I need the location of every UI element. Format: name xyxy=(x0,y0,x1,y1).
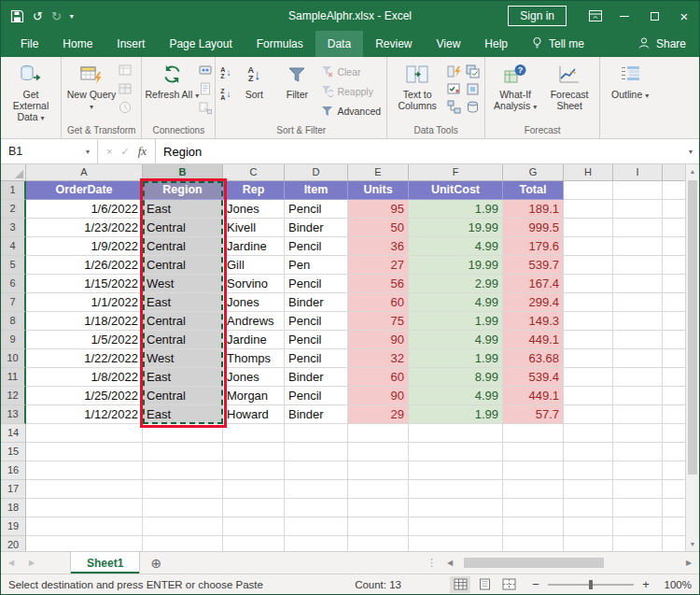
hscroll-right-icon[interactable]: ▶ xyxy=(679,552,699,574)
row-header-18[interactable]: 18 xyxy=(1,499,26,517)
cell-E8[interactable]: 75 xyxy=(348,312,409,331)
advanced-filter-button[interactable]: Advanced xyxy=(318,103,384,120)
row-header-2[interactable]: 2 xyxy=(1,200,26,219)
row-header-14[interactable]: 14 xyxy=(1,424,26,443)
tab-view[interactable]: View xyxy=(425,31,473,57)
cell-F13[interactable]: 1.99 xyxy=(409,405,503,424)
cell-E7[interactable]: 60 xyxy=(348,293,409,312)
cell-D15[interactable] xyxy=(285,443,348,461)
cell-G3[interactable]: 999.5 xyxy=(503,219,564,237)
row-header-5[interactable]: 5 xyxy=(1,256,26,275)
cell-E3[interactable]: 50 xyxy=(348,219,409,237)
from-table-icon[interactable] xyxy=(119,82,132,98)
row-header-20[interactable]: 20 xyxy=(1,536,26,551)
cell-F14[interactable] xyxy=(409,424,503,443)
cell-F16[interactable] xyxy=(409,461,503,480)
cell-C2[interactable]: Jones xyxy=(223,200,285,219)
cell-I12[interactable] xyxy=(613,387,663,405)
customize-qat-icon[interactable]: ▾ xyxy=(70,12,74,21)
text-to-columns-button[interactable]: Text to Columns xyxy=(390,59,444,123)
column-header-c[interactable]: C xyxy=(223,164,285,181)
cell-G19[interactable] xyxy=(503,517,564,536)
cell-I17[interactable] xyxy=(613,480,663,499)
connections-icon[interactable] xyxy=(199,64,212,79)
edit-links-icon[interactable] xyxy=(199,101,212,117)
zoom-level[interactable]: 100% xyxy=(658,579,692,590)
cell-C18[interactable] xyxy=(223,499,285,517)
cell-C14[interactable] xyxy=(223,424,285,443)
remove-duplicates-icon[interactable] xyxy=(463,63,482,80)
cell-C6[interactable]: Sorvino xyxy=(223,275,285,293)
name-box-dropdown-icon[interactable]: ▾ xyxy=(86,148,90,156)
cell-H12[interactable] xyxy=(564,387,613,405)
cell-F9[interactable]: 4.99 xyxy=(409,331,503,349)
cell-B17[interactable] xyxy=(143,480,223,499)
redo-icon[interactable]: ↻ xyxy=(51,9,62,23)
cell-D10[interactable]: Pencil xyxy=(285,349,348,368)
cell-G4[interactable]: 179.6 xyxy=(503,237,564,256)
cell-E6[interactable]: 56 xyxy=(348,275,409,293)
cell-G16[interactable] xyxy=(503,461,564,480)
cell-G11[interactable]: 539.4 xyxy=(503,368,564,387)
cell-H4[interactable] xyxy=(564,237,613,256)
cell-G1[interactable]: Total xyxy=(503,181,564,200)
cell-C12[interactable]: Morgan xyxy=(223,387,285,405)
cell-A3[interactable]: 1/23/2022 xyxy=(26,219,143,237)
cell-A6[interactable]: 1/15/2022 xyxy=(26,275,143,293)
cell-H18[interactable] xyxy=(564,499,613,517)
cell-C17[interactable] xyxy=(223,480,285,499)
scroll-down-icon[interactable]: ▼ xyxy=(690,537,696,551)
tab-scroll-divider[interactable]: ⋮ xyxy=(424,552,440,574)
row-header-13[interactable]: 13 xyxy=(1,405,26,424)
cell-H11[interactable] xyxy=(564,368,613,387)
cell-E9[interactable]: 90 xyxy=(348,331,409,349)
clear-filter-button[interactable]: Clear xyxy=(318,64,384,80)
cell-C15[interactable] xyxy=(223,443,285,461)
sheet-nav-last-icon[interactable]: ▶ xyxy=(21,552,42,574)
cell-E14[interactable] xyxy=(348,424,409,443)
cell-A20[interactable] xyxy=(26,536,143,551)
column-header-i[interactable]: I xyxy=(613,164,663,181)
add-sheet-icon[interactable]: ⊕ xyxy=(140,552,172,574)
outline-button[interactable]: Outline ▾ xyxy=(603,59,657,123)
cell-C20[interactable] xyxy=(223,536,285,551)
cell-D7[interactable]: Binder xyxy=(285,293,348,312)
column-header-h[interactable]: H xyxy=(564,164,613,181)
cell-H8[interactable] xyxy=(564,312,613,331)
cell-G12[interactable]: 449.1 xyxy=(503,387,564,405)
cell-B16[interactable] xyxy=(143,461,223,480)
row-header-9[interactable]: 9 xyxy=(1,331,26,349)
normal-view-icon[interactable] xyxy=(450,576,470,593)
cell-I11[interactable] xyxy=(613,368,663,387)
cell-C3[interactable]: Kivell xyxy=(223,219,285,237)
cell-F3[interactable]: 19.99 xyxy=(409,219,503,237)
cell-B14[interactable] xyxy=(143,424,223,443)
cell-F10[interactable]: 1.99 xyxy=(409,349,503,368)
cell-F5[interactable]: 19.99 xyxy=(409,256,503,275)
tab-home[interactable]: Home xyxy=(50,31,105,57)
get-external-data-button[interactable]: Get External Data ▾ xyxy=(4,59,58,124)
recent-sources-icon[interactable] xyxy=(119,101,132,117)
zoom-out-button[interactable]: − xyxy=(530,577,541,591)
cell-E4[interactable]: 36 xyxy=(348,237,409,256)
cell-B9[interactable]: Central xyxy=(143,331,223,349)
name-box[interactable]: B1 ▾ xyxy=(1,139,98,163)
cell-D9[interactable]: Pencil xyxy=(285,331,348,349)
zoom-in-button[interactable]: + xyxy=(640,577,651,591)
tab-data[interactable]: Data xyxy=(315,31,363,57)
cell-A8[interactable]: 1/18/2022 xyxy=(26,312,143,331)
cell-G20[interactable] xyxy=(503,536,564,551)
row-header-16[interactable]: 16 xyxy=(1,461,26,480)
cell-H3[interactable] xyxy=(564,219,613,237)
cell-B20[interactable] xyxy=(143,536,223,551)
cell-I4[interactable] xyxy=(613,237,663,256)
cell-A13[interactable]: 1/12/2022 xyxy=(26,405,143,424)
cell-E2[interactable]: 95 xyxy=(348,200,409,219)
cell-I16[interactable] xyxy=(613,461,663,480)
cell-I18[interactable] xyxy=(613,499,663,517)
cell-B1[interactable]: Region xyxy=(143,181,223,200)
column-header-e[interactable]: E xyxy=(348,164,409,181)
cell-E5[interactable]: 27 xyxy=(348,256,409,275)
cell-B2[interactable]: East xyxy=(143,200,223,219)
hscroll-left-icon[interactable]: ◀ xyxy=(440,552,460,574)
